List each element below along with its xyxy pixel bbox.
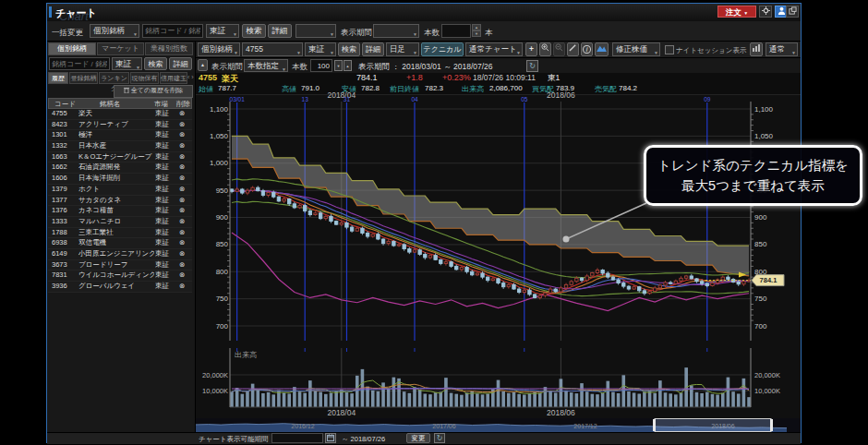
table-row[interactable]: 4755楽天東証⊗ (48, 109, 192, 120)
table-row[interactable]: 1606日本海洋掘削東証⊗ (48, 174, 192, 185)
calendar-button[interactable] (325, 433, 336, 443)
market-select[interactable]: 東証 (206, 24, 239, 38)
bar-count-input[interactable] (310, 59, 332, 72)
delete-icon[interactable]: ⊗ (179, 185, 190, 193)
sidebar-tab-market[interactable]: マーケット (97, 42, 144, 55)
chart-style-select[interactable] (295, 24, 336, 38)
info-button[interactable]: i (581, 42, 593, 56)
night-session-checkbox[interactable] (665, 45, 674, 54)
search-button[interactable]: 検索 (242, 24, 266, 38)
delete-icon[interactable]: ⊗ (179, 260, 190, 269)
chart-mode-select[interactable]: 個別銘柄 (198, 42, 240, 56)
chart-market-select[interactable]: 東証 (305, 42, 336, 56)
table-row[interactable]: 3936グローバルウェイ東証⊗ (48, 282, 192, 293)
zoom-out-button[interactable] (553, 42, 565, 56)
timeframe-select[interactable]: 日足 (386, 42, 419, 56)
table-row[interactable]: 1301極洋東証⊗ (48, 130, 192, 141)
svg-text:900: 900 (754, 213, 767, 222)
delete-icon[interactable]: ⊗ (179, 109, 190, 117)
subtab-scroll-icons[interactable]: ‹ › (187, 74, 194, 80)
draw-button[interactable] (567, 42, 579, 56)
sidebar-tab-individual[interactable]: 個別銘柄 (48, 42, 96, 55)
delete-icon[interactable]: ⊗ (179, 282, 190, 290)
add-indicator-button[interactable]: + (525, 42, 537, 56)
footer-date-input[interactable] (271, 433, 323, 443)
chart-detail-button[interactable]: 詳細 (362, 42, 384, 56)
mountain-chart-button[interactable] (595, 42, 609, 56)
sidebar-subtab-watchlist[interactable]: 登録銘柄 (69, 72, 98, 84)
navigator-handle-left[interactable] (653, 419, 656, 431)
mode-select[interactable]: 個別銘柄 (90, 24, 139, 38)
col-name: 銘柄名 (100, 100, 121, 109)
delete-icon[interactable]: ⊗ (179, 174, 190, 182)
main-chart[interactable]: 1,1001,1001,0501,0501,0001,0009509509009… (196, 90, 801, 348)
delete-icon[interactable]: ⊗ (179, 130, 190, 138)
table-row[interactable]: 8423アクリーティブ東証⊗ (48, 120, 192, 131)
sidebar-search-button[interactable]: 検索 (144, 57, 167, 70)
technical-button[interactable]: テクニカル (421, 42, 464, 56)
settings-button[interactable] (759, 6, 772, 18)
spinner-up-icon[interactable]: ▲ (472, 24, 481, 30)
chart-code-select[interactable]: 4755 (242, 42, 303, 56)
zoom-in-button[interactable] (539, 42, 551, 56)
delete-icon[interactable]: ⊗ (179, 206, 190, 214)
count-input[interactable] (441, 24, 471, 38)
delete-icon[interactable]: ⊗ (179, 196, 190, 204)
delete-icon[interactable]: ⊗ (179, 217, 190, 225)
period-select[interactable] (373, 24, 419, 38)
popout-button[interactable] (786, 6, 799, 18)
navigator-handle-right[interactable] (770, 419, 773, 431)
spinner-down-icon[interactable]: ▼ (472, 30, 481, 37)
collapse-button[interactable]: ▲ (198, 59, 208, 71)
clear-history-button[interactable]: 全ての履歴を削除 (114, 85, 193, 98)
batch-change-label[interactable]: 一括変更 (52, 28, 83, 39)
delete-icon[interactable]: ⊗ (179, 271, 190, 279)
table-row[interactable]: 1662石油資源開発東証⊗ (48, 162, 192, 174)
sidebar-subtab-holdings[interactable]: 現物保有 (130, 72, 159, 84)
table-row[interactable]: 1376カネコ種苗東証⊗ (48, 206, 192, 217)
order-button[interactable]: 注文 ▼ (717, 6, 756, 18)
delete-icon[interactable]: ⊗ (179, 152, 190, 161)
chart-search-button[interactable]: 検索 (338, 42, 360, 56)
table-row[interactable]: 1379ホクト東証⊗ (48, 185, 192, 196)
count-up-icon[interactable]: ▲ (344, 60, 352, 71)
delete-icon[interactable]: ⊗ (179, 228, 190, 236)
table-row[interactable]: 1332日本水産東証⊗ (48, 141, 192, 152)
table-row[interactable]: 1333マルハニチロ東証⊗ (48, 217, 192, 228)
delete-icon[interactable]: ⊗ (179, 249, 190, 258)
refresh-button[interactable]: ↻ (526, 60, 538, 72)
sidebar-detail-button[interactable]: 詳細 (169, 57, 192, 70)
sidebar-subtab-ranking[interactable]: ランキング (99, 72, 129, 84)
table-row[interactable]: 1663K＆Oエナジーグループ東証⊗ (48, 152, 192, 163)
table-row[interactable]: 6938双信電機東証⊗ (48, 238, 192, 249)
footer-refresh-button[interactable]: ↻ (434, 433, 445, 443)
price-adjust-select[interactable]: 修正株価 (612, 42, 660, 56)
volume-chart[interactable]: 20,000K20,000K10,000K10,000K2018/042018/… (196, 348, 801, 417)
sidebar-subtab-history[interactable]: 履歴 (48, 72, 68, 84)
range-navigator[interactable]: 2016/122017/062017/122018/06 (196, 418, 801, 432)
sidebar-symbol-input[interactable] (49, 57, 110, 70)
count-unit-label: 本 (485, 28, 493, 39)
delete-icon[interactable]: ⊗ (179, 238, 190, 247)
sidebar-subtab-margin[interactable]: 信用建玉 (160, 72, 187, 84)
delete-icon[interactable]: ⊗ (179, 120, 190, 128)
mini-chart-button[interactable] (750, 42, 763, 56)
sidebar-tab-sector[interactable]: 業種別指数 (145, 42, 193, 55)
count-spinner[interactable]: ▲ ▼ (472, 24, 481, 38)
chart-type-select[interactable]: 通常チャート (465, 42, 523, 56)
session-select[interactable]: 通常 (766, 42, 798, 56)
sidebar-market-select[interactable]: 東証 (112, 57, 142, 70)
delete-icon[interactable]: ⊗ (179, 162, 190, 171)
navigator-window[interactable] (655, 419, 771, 432)
detail-button[interactable]: 詳細 (268, 24, 292, 38)
change-button[interactable]: 変更 (406, 433, 430, 443)
count-mode-select[interactable]: 本数指定 (244, 59, 288, 72)
table-row[interactable]: 7831ウイルコホールディングス東証⊗ (48, 271, 192, 282)
symbol-search-input[interactable] (142, 24, 203, 38)
table-row[interactable]: 1377サカタのタネ東証⊗ (48, 196, 192, 207)
table-row[interactable]: 1788三東工業社東証⊗ (48, 228, 192, 239)
count-down-icon[interactable]: ▼ (334, 60, 343, 71)
table-row[interactable]: 6149小田原エンジニアリング東証⊗ (48, 249, 192, 260)
table-row[interactable]: 3673ブロードリーフ東証⊗ (48, 260, 192, 271)
delete-icon[interactable]: ⊗ (179, 141, 190, 150)
